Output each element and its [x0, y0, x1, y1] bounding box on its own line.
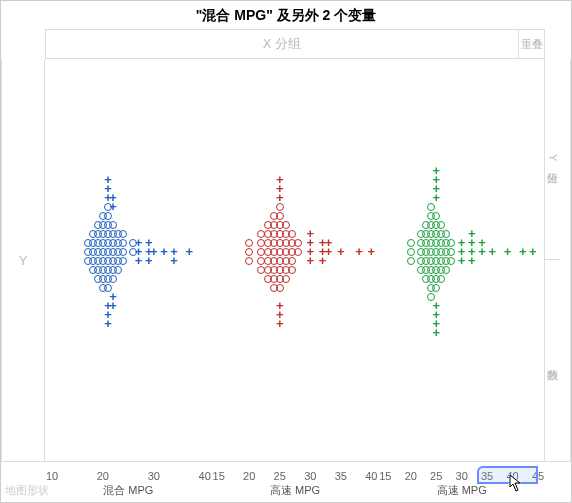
- y-group-dropzone[interactable]: Y 分组: [545, 59, 560, 260]
- data-point[interactable]: [355, 248, 363, 256]
- data-point[interactable]: [306, 230, 314, 238]
- data-point[interactable]: [478, 239, 486, 247]
- data-point[interactable]: [288, 266, 296, 274]
- data-point[interactable]: [109, 194, 117, 202]
- data-point[interactable]: [367, 248, 375, 256]
- axis-tick: 15: [213, 470, 225, 482]
- chart-panel[interactable]: [378, 59, 545, 461]
- data-point[interactable]: [282, 275, 290, 283]
- axis-tick: 45: [532, 470, 544, 482]
- axis-tick: 40: [199, 470, 211, 482]
- data-point[interactable]: [185, 248, 193, 256]
- axis-tick: 15: [379, 470, 391, 482]
- data-point[interactable]: [104, 176, 112, 184]
- data-point[interactable]: [276, 284, 284, 292]
- right-dropzones: Y 分组 频数: [545, 59, 571, 462]
- y-label: Y: [2, 59, 44, 461]
- map-shape-dropzone[interactable]: 地图形状: [5, 483, 49, 498]
- overlay-dropzone-label[interactable]: 重叠: [518, 30, 544, 58]
- data-point[interactable]: [447, 248, 455, 256]
- data-point[interactable]: [458, 239, 466, 247]
- chart-title: "混合 MPG" 及另外 2 个变量: [1, 1, 571, 31]
- data-point[interactable]: [407, 257, 415, 265]
- axis-tick: 20: [405, 470, 417, 482]
- axis-tick: 30: [456, 470, 468, 482]
- data-point[interactable]: [135, 239, 143, 247]
- data-point[interactable]: [447, 257, 455, 265]
- data-point[interactable]: [245, 257, 253, 265]
- x-axis-zone: 地图形状 10203040混合 MPG152025303540高速 MPG152…: [1, 462, 545, 502]
- chart-panel[interactable]: [45, 59, 212, 461]
- data-point[interactable]: [114, 266, 122, 274]
- data-point[interactable]: [407, 248, 415, 256]
- axis-tick: 35: [335, 470, 347, 482]
- data-point[interactable]: [276, 302, 284, 310]
- data-point[interactable]: [468, 230, 476, 238]
- data-point[interactable]: [294, 239, 302, 247]
- data-point[interactable]: [109, 275, 117, 283]
- data-point[interactable]: [432, 212, 440, 220]
- chart-panel[interactable]: [212, 59, 379, 461]
- data-point[interactable]: [119, 230, 127, 238]
- y-dropzone[interactable]: Y: [1, 59, 45, 462]
- chart-window: "混合 MPG" 及另外 2 个变量 X 分组 重叠 Y Y 分组 频数 地图形…: [0, 0, 572, 503]
- data-point[interactable]: [325, 239, 333, 247]
- data-point[interactable]: [437, 221, 445, 229]
- data-point[interactable]: [447, 239, 455, 247]
- data-point[interactable]: [245, 248, 253, 256]
- axis-tick: 35: [481, 470, 493, 482]
- data-point[interactable]: [437, 275, 445, 283]
- data-point[interactable]: [288, 257, 296, 265]
- data-point[interactable]: [245, 239, 253, 247]
- data-point[interactable]: [407, 239, 415, 247]
- x-group-label: X 分组: [46, 30, 518, 58]
- plot-area[interactable]: [45, 59, 545, 462]
- x-group-dropzone[interactable]: X 分组 重叠: [45, 29, 545, 59]
- data-point[interactable]: [109, 293, 117, 301]
- data-point[interactable]: [119, 248, 127, 256]
- data-point[interactable]: [288, 230, 296, 238]
- axis-tick: 20: [97, 470, 109, 482]
- data-point[interactable]: [432, 302, 440, 310]
- axis-tick: 25: [430, 470, 442, 482]
- data-point[interactable]: [282, 221, 290, 229]
- data-point[interactable]: [432, 284, 440, 292]
- data-point[interactable]: [519, 248, 527, 256]
- axis-tick: 30: [304, 470, 316, 482]
- data-point[interactable]: [276, 176, 284, 184]
- panel-x-label: 高速 MPG: [437, 483, 487, 498]
- axis-tick: 30: [148, 470, 160, 482]
- freq-dropzone[interactable]: 频数: [545, 260, 560, 461]
- axis-tick: 40: [506, 470, 518, 482]
- axis-tick: 40: [365, 470, 377, 482]
- data-point[interactable]: [294, 248, 302, 256]
- data-point[interactable]: [119, 257, 127, 265]
- data-point[interactable]: [150, 248, 158, 256]
- data-point[interactable]: [109, 221, 117, 229]
- panel-x-label: 混合 MPG: [103, 483, 153, 498]
- data-point[interactable]: [337, 248, 345, 256]
- data-point[interactable]: [442, 230, 450, 238]
- data-point[interactable]: [503, 248, 511, 256]
- data-point[interactable]: [276, 212, 284, 220]
- data-point[interactable]: [119, 239, 127, 247]
- data-point[interactable]: [529, 248, 537, 256]
- panel-x-label: 高速 MPG: [270, 483, 320, 498]
- data-point[interactable]: [432, 167, 440, 175]
- data-point[interactable]: [170, 248, 178, 256]
- axis-tick: 25: [274, 470, 286, 482]
- axis-tick: 20: [243, 470, 255, 482]
- data-point[interactable]: [160, 248, 168, 256]
- axis-tick: 10: [46, 470, 58, 482]
- data-point[interactable]: [442, 266, 450, 274]
- data-point[interactable]: [488, 248, 496, 256]
